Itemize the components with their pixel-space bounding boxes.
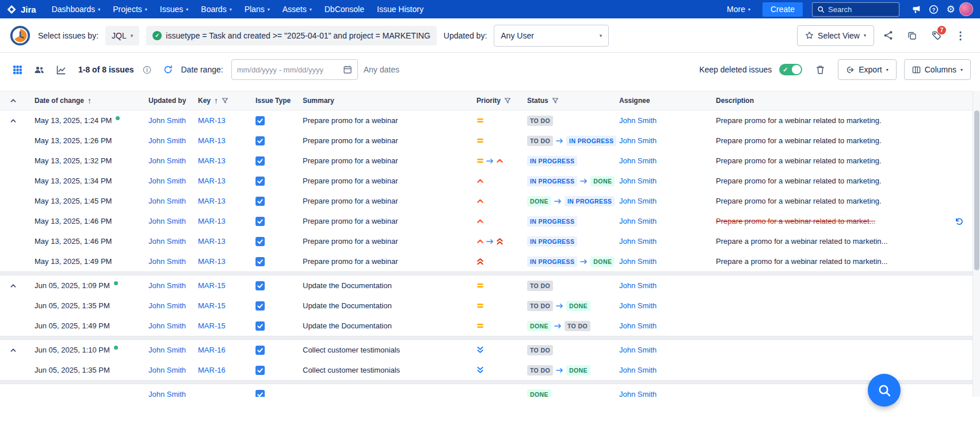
updated-by-link[interactable]: John Smith	[148, 346, 186, 354]
assignee-link[interactable]: John Smith	[619, 366, 657, 374]
chart-view-button[interactable]	[53, 62, 69, 78]
calendar-icon[interactable]	[343, 65, 352, 74]
settings-gear-icon[interactable]: ⚙	[942, 1, 959, 17]
column-header-summary[interactable]: Summary	[303, 97, 476, 105]
issue-key-link[interactable]: MAR-13	[198, 217, 226, 225]
vertical-scrollbar[interactable]	[973, 91, 980, 397]
assignee-link[interactable]: John Smith	[619, 217, 657, 225]
nav-item-assets[interactable]: Assets▾	[276, 0, 318, 18]
assignee-link[interactable]: John Smith	[619, 346, 657, 354]
column-header-priority[interactable]: Priority	[476, 97, 527, 105]
info-icon[interactable]	[140, 62, 155, 77]
nav-item-dashboards[interactable]: Dashboards▾	[45, 0, 107, 18]
user-avatar[interactable]	[959, 2, 973, 16]
column-header-key[interactable]: Key↑	[198, 96, 256, 105]
issue-key-link[interactable]: MAR-13	[198, 156, 226, 165]
jql-mode-button[interactable]: JQL ▾	[105, 26, 139, 45]
updated-by-link[interactable]: John Smith	[148, 257, 186, 266]
select-view-button[interactable]: Select View ▾	[797, 25, 874, 46]
issue-key-link[interactable]: MAR-16	[198, 366, 226, 374]
assignee-link[interactable]: John Smith	[619, 156, 657, 165]
columns-button[interactable]: Columns ▾	[904, 59, 971, 80]
issue-key-link[interactable]: MAR-15	[198, 301, 226, 310]
updated-by-value: Any User	[501, 31, 534, 40]
column-header-date-of-change[interactable]: Date of change↑	[35, 96, 148, 105]
updated-by-link[interactable]: John Smith	[148, 321, 186, 330]
nav-item-plans[interactable]: Plans▾	[238, 0, 276, 18]
updated-by-link[interactable]: John Smith	[148, 366, 186, 374]
updated-by-link[interactable]: John Smith	[148, 301, 186, 310]
nav-item-more[interactable]: More ▾	[720, 0, 757, 18]
keep-deleted-toggle[interactable]: ✓	[779, 64, 802, 75]
updated-by-link[interactable]: John Smith	[148, 136, 186, 145]
assignee-link[interactable]: John Smith	[619, 116, 657, 125]
updated-by-link[interactable]: John Smith	[148, 116, 186, 125]
table-view-button[interactable]	[9, 62, 25, 78]
assignee-link[interactable]: John Smith	[619, 136, 657, 145]
collapse-group-button[interactable]	[9, 346, 17, 354]
column-header-updated-by[interactable]: Updated by	[148, 97, 198, 105]
share-button[interactable]	[878, 26, 898, 45]
nav-item-issues[interactable]: Issues▾	[154, 0, 195, 18]
nav-item-projects[interactable]: Projects▾	[106, 0, 154, 18]
issue-key-link[interactable]: MAR-15	[198, 321, 226, 330]
assignee-link[interactable]: John Smith	[619, 390, 657, 397]
column-header-description[interactable]: Description	[716, 97, 971, 105]
assignee-link[interactable]: John Smith	[619, 281, 657, 290]
updated-by-link[interactable]: John Smith	[148, 237, 186, 246]
jira-logo[interactable]: Jira	[7, 5, 36, 14]
nav-item-dbconsole[interactable]: DbConsole	[318, 0, 371, 18]
assignee-link[interactable]: John Smith	[619, 197, 657, 205]
issue-key-link[interactable]: MAR-13	[198, 237, 226, 246]
filter-funnel-icon[interactable]	[552, 97, 559, 104]
labels-button[interactable]: 7	[926, 26, 947, 45]
people-view-button[interactable]	[31, 62, 47, 78]
updated-by-link[interactable]: John Smith	[148, 390, 186, 397]
restore-description-icon[interactable]	[950, 217, 964, 226]
issue-key-link[interactable]: MAR-13	[198, 257, 226, 266]
scrollbar-thumb[interactable]	[974, 110, 979, 270]
filter-funnel-icon[interactable]	[222, 97, 228, 104]
issue-key-link[interactable]: MAR-13	[198, 116, 226, 125]
assignee-link[interactable]: John Smith	[619, 321, 657, 330]
help-icon[interactable]: ?	[925, 1, 942, 17]
updated-by-link[interactable]: John Smith	[148, 156, 186, 165]
assignee-link[interactable]: John Smith	[619, 257, 657, 266]
issue-key-link[interactable]: MAR-15	[198, 281, 226, 290]
assignee-link[interactable]: John Smith	[619, 237, 657, 246]
search-input[interactable]	[828, 5, 894, 14]
column-header-issue-type[interactable]: Issue Type	[256, 97, 303, 105]
refresh-icon[interactable]	[161, 62, 176, 77]
collapse-group-button[interactable]	[9, 97, 17, 105]
export-button[interactable]: Export ▾	[838, 59, 896, 80]
issue-key-link[interactable]: MAR-13	[198, 177, 226, 185]
updated-by-select[interactable]: Any User ▾	[494, 25, 609, 47]
issue-key-link[interactable]: MAR-13	[198, 197, 226, 205]
nav-item-issue-history[interactable]: Issue History	[371, 0, 430, 18]
nav-item-boards[interactable]: Boards▾	[195, 0, 238, 18]
updated-by-link[interactable]: John Smith	[148, 197, 186, 205]
updated-by-link[interactable]: John Smith	[148, 177, 186, 185]
updated-by-link[interactable]: John Smith	[148, 281, 186, 290]
filter-funnel-icon[interactable]	[504, 97, 511, 104]
jql-mode-label: JQL	[112, 31, 127, 40]
assignee-link[interactable]: John Smith	[619, 301, 657, 310]
assignee-link[interactable]: John Smith	[619, 177, 657, 185]
issue-key-link[interactable]: MAR-16	[198, 346, 226, 354]
table-row: Jun 05, 2025, 1:10 PMJohn SmithMAR-16Col…	[0, 340, 980, 360]
jql-query-field[interactable]: ✓ issuetype = Task and created >= "2025-…	[146, 26, 437, 45]
column-header-status[interactable]: Status	[527, 97, 619, 105]
issue-key-link[interactable]: MAR-13	[198, 136, 226, 145]
announcement-icon[interactable]	[907, 1, 925, 17]
date-range-input[interactable]	[237, 66, 340, 74]
collapse-all-header[interactable]	[9, 97, 35, 105]
more-options-button[interactable]: ⋮	[950, 26, 971, 45]
delete-button[interactable]	[810, 60, 830, 79]
issue-search-fab[interactable]	[868, 374, 901, 407]
copy-view-button[interactable]	[902, 26, 922, 45]
collapse-group-button[interactable]	[9, 117, 17, 125]
create-button[interactable]: Create	[762, 2, 803, 17]
column-header-assignee[interactable]: Assignee	[619, 97, 716, 105]
collapse-group-button[interactable]	[9, 282, 17, 290]
updated-by-link[interactable]: John Smith	[148, 217, 186, 225]
